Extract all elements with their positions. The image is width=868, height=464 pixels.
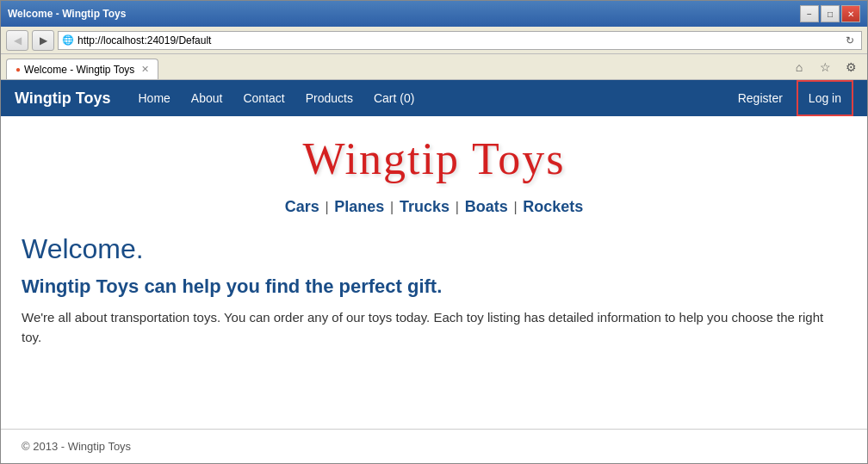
nav-products[interactable]: Products	[295, 80, 363, 116]
footer: © 2013 - Wingtip Toys	[1, 429, 867, 463]
restore-button[interactable]: □	[821, 5, 840, 22]
main-content: Wingtip Toys Cars | Planes | Trucks | Bo…	[1, 116, 867, 429]
nav-right: Register Log in	[728, 80, 853, 116]
address-field: 🌐 ↻	[58, 31, 862, 50]
tab-favicon: ●	[16, 65, 21, 74]
settings-button[interactable]: ⚙	[840, 58, 862, 77]
window-title: Welcome - Wingtip Toys	[8, 8, 126, 20]
copyright: © 2013 - Wingtip Toys	[22, 440, 131, 453]
nav-home[interactable]: Home	[128, 80, 181, 116]
tab-bar: ● Welcome - Wingtip Toys ✕ ⌂ ☆ ⚙	[1, 54, 867, 80]
site-logo: Wingtip Toys	[22, 133, 846, 184]
description: We're all about transportation toys. You…	[22, 308, 846, 347]
active-tab[interactable]: ● Welcome - Wingtip Toys ✕	[6, 59, 158, 79]
welcome-heading: Welcome.	[22, 233, 846, 265]
category-planes[interactable]: Planes	[334, 198, 384, 215]
url-input[interactable]	[78, 34, 839, 46]
browser-window: Welcome - Wingtip Toys − □ ✕ ◀ ▶ 🌐 ↻ ● W…	[0, 0, 868, 464]
category-links: Cars | Planes | Trucks | Boats | Rockets	[22, 198, 846, 216]
category-rockets[interactable]: Rockets	[523, 198, 583, 215]
category-boats[interactable]: Boats	[465, 198, 508, 215]
category-trucks[interactable]: Trucks	[400, 198, 450, 215]
site-nav: Wingtip Toys Home About Contact Products…	[1, 80, 867, 116]
nav-cart[interactable]: Cart (0)	[363, 80, 425, 116]
refresh-button[interactable]: ↻	[842, 33, 858, 48]
forward-button[interactable]: ▶	[32, 30, 54, 51]
toolbar-right: ⌂ ☆ ⚙	[788, 58, 862, 79]
register-link[interactable]: Register	[728, 80, 793, 116]
sep-2: |	[390, 200, 394, 214]
tab-close-button[interactable]: ✕	[141, 64, 149, 75]
address-bar: ◀ ▶ 🌐 ↻	[1, 27, 867, 54]
minimize-button[interactable]: −	[800, 5, 819, 22]
tab-label: Welcome - Wingtip Toys	[24, 64, 134, 76]
back-button[interactable]: ◀	[6, 30, 28, 51]
sep-4: |	[513, 200, 517, 214]
sep-3: |	[456, 200, 459, 214]
login-button[interactable]: Log in	[797, 80, 853, 116]
title-bar: Welcome - Wingtip Toys − □ ✕	[1, 1, 867, 27]
window-controls: − □ ✕	[800, 5, 860, 22]
close-button[interactable]: ✕	[841, 5, 860, 22]
star-button[interactable]: ☆	[814, 58, 836, 77]
url-icon: 🌐	[62, 34, 74, 46]
sep-1: |	[325, 200, 328, 214]
nav-contact[interactable]: Contact	[232, 80, 294, 116]
logo-text: Wingtip Toys	[303, 134, 566, 183]
nav-about[interactable]: About	[181, 80, 233, 116]
tagline: Wingtip Toys can help you find the perfe…	[22, 275, 846, 298]
home-button[interactable]: ⌂	[788, 58, 810, 77]
category-cars[interactable]: Cars	[285, 198, 319, 215]
site-brand: Wingtip Toys	[15, 90, 111, 108]
